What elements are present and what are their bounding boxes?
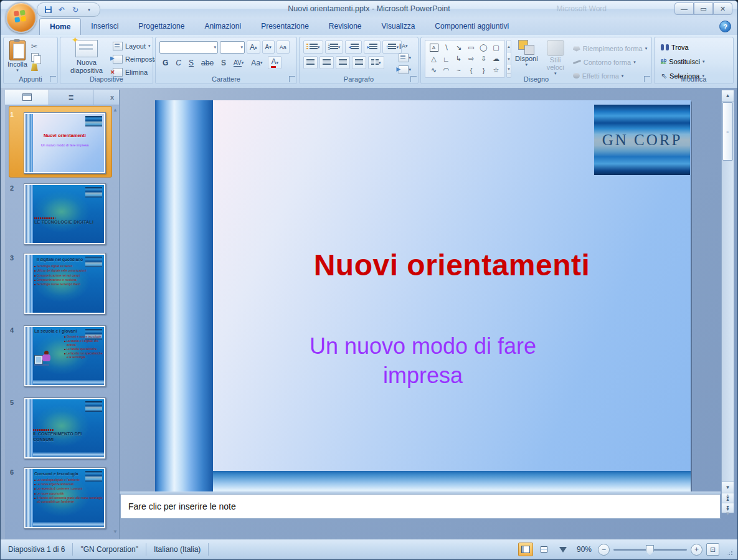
thumbnail-slide-6[interactable]: 6 Consumi e tecnologia La tecnologia dig… <box>9 467 112 537</box>
strikethrough-button[interactable]: abe <box>198 56 217 69</box>
shape-cloud-icon[interactable]: ☁ <box>490 54 502 64</box>
shapes-gallery[interactable]: A ∖ ↘ ▭ ◯ ▢ △ ∟ ↳ ⇨ ⇩ ☁ ∿ <box>425 40 505 78</box>
pane-scroll-up-button[interactable]: ▲ <box>113 107 118 113</box>
grow-font-button[interactable]: A▴ <box>247 40 260 54</box>
pane-scroll-down-button[interactable]: ▼ <box>113 529 118 534</box>
shape-curve-icon[interactable]: ~ <box>453 65 465 75</box>
increase-indent-button[interactable]: ▸ <box>364 40 381 54</box>
tab-presentazione[interactable]: Presentazione <box>251 18 319 35</box>
notes-scroll-down-button[interactable]: ▼ <box>726 511 731 516</box>
disegno-dialog-launcher[interactable] <box>644 76 650 82</box>
tab-progettazione[interactable]: Progettazione <box>128 18 194 35</box>
status-theme-name[interactable]: "GN Corporation" <box>73 543 146 556</box>
decrease-indent-button[interactable]: ◂ <box>345 40 362 54</box>
save-button[interactable] <box>42 5 54 15</box>
justify-button[interactable] <box>352 56 366 69</box>
font-color-button[interactable]: A▾ <box>268 56 281 69</box>
arrange-button[interactable]: Disponi ▾ <box>515 40 538 67</box>
tab-componenti-aggiuntivi[interactable]: Componenti aggiuntivi <box>425 18 519 35</box>
align-text-button[interactable]: ▾ <box>395 53 414 63</box>
title-bar[interactable]: Microsoft Word Nuovi orientamenti.pptx -… <box>1 1 737 18</box>
columns-button[interactable]: ▾ <box>368 56 384 69</box>
text-shadow-button[interactable]: S <box>218 56 229 69</box>
qat-customize-dropdown[interactable]: ▾ <box>83 5 95 15</box>
shape-scribble-icon[interactable]: ∿ <box>428 65 440 75</box>
shape-rounded-rectangle-icon[interactable]: ▢ <box>490 42 502 53</box>
bullets-button[interactable]: ▾ <box>303 40 323 54</box>
status-slide-indicator[interactable]: Diapositiva 1 di 6 <box>1 543 73 556</box>
underline-button[interactable]: S <box>186 56 197 69</box>
thumbnail-slide-4[interactable]: 4 La scuola e i giovani Giovani e nuove … <box>9 325 112 395</box>
minimize-button[interactable]: — <box>674 2 694 15</box>
notes-pane[interactable]: Fare clic per inserire le note <box>120 494 721 519</box>
align-left-button[interactable] <box>303 56 318 69</box>
shape-rectangle-icon[interactable]: ▭ <box>465 42 477 53</box>
slide-subtitle-text[interactable]: Un nuovo modo di fare impresa <box>273 332 572 391</box>
find-button[interactable]: Trova <box>661 41 733 53</box>
view-slideshow-button[interactable] <box>556 543 570 556</box>
thumbnail-slide-2[interactable]: 2 LE TECNOLOGIE DIGITALI <box>9 183 112 250</box>
zoom-in-button[interactable]: + <box>691 544 703 556</box>
zoom-slider-track[interactable] <box>613 549 687 551</box>
shape-line-icon[interactable]: ∖ <box>440 42 452 53</box>
font-size-combobox[interactable]: ▾ <box>220 41 245 54</box>
shape-down-arrow-icon[interactable]: ⇩ <box>478 54 490 64</box>
shapes-scroll-up-button[interactable]: ▲ <box>507 40 511 53</box>
tab-revisione[interactable]: Revisione <box>319 18 372 35</box>
new-slide-button[interactable]: Nuova diapositiva <box>64 40 109 78</box>
pane-close-button[interactable]: x <box>105 90 119 105</box>
tab-outline[interactable]: ≣ <box>49 90 93 105</box>
font-name-combobox[interactable]: ▾ <box>159 41 218 54</box>
slide-title-text[interactable]: Nuovi orientamenti <box>213 248 691 282</box>
shape-elbow-connector-icon[interactable]: ∟ <box>440 54 452 64</box>
tab-home[interactable]: Home <box>39 18 81 35</box>
copy-button[interactable] <box>31 53 39 62</box>
vertical-scrollbar[interactable]: ▲ ≡ ▼ ▲▲ ▼▼ <box>721 90 734 513</box>
zoom-level[interactable]: 90% <box>577 545 592 554</box>
change-case-button[interactable]: Aa▾ <box>248 56 265 69</box>
status-language[interactable]: Italiano (Italia) <box>146 543 209 556</box>
zoom-slider-thumb[interactable] <box>646 545 654 556</box>
slide-canvas[interactable]: GN CORP Nuovi orientamenti Un nuovo modo… <box>155 100 691 492</box>
shrink-font-button[interactable]: A▾ <box>262 40 275 54</box>
help-button[interactable]: ? <box>719 21 731 32</box>
scroll-up-button[interactable]: ▲ <box>722 90 734 102</box>
numbering-button[interactable]: 123▾ <box>325 40 344 54</box>
align-right-button[interactable] <box>336 56 350 69</box>
shape-star-icon[interactable]: ☆ <box>490 65 502 75</box>
paragrafo-dialog-launcher[interactable] <box>410 76 417 82</box>
cut-button[interactable]: ✂ <box>31 42 39 51</box>
shape-arrow-icon[interactable]: ↘ <box>453 42 465 53</box>
shape-oval-icon[interactable]: ◯ <box>478 42 490 53</box>
shape-right-brace-icon[interactable]: } <box>478 65 490 75</box>
quick-styles-button[interactable]: Stili veloci ▾ <box>542 40 569 76</box>
zoom-out-button[interactable]: − <box>598 544 610 556</box>
replace-button[interactable]: abacSostituisci▾ <box>661 55 733 67</box>
shape-outline-button[interactable]: Contorno forma▾ <box>573 56 648 68</box>
maximize-button[interactable]: ▭ <box>694 2 713 15</box>
thumbnail-slide-3[interactable]: 3 Il digitale nel quotidiano Tecnologie … <box>9 253 112 323</box>
bold-button[interactable]: G <box>159 56 171 69</box>
italic-button[interactable]: C <box>173 56 184 69</box>
shapes-scroll-down-button[interactable]: ▼ <box>507 53 511 65</box>
undo-button[interactable]: ↶ <box>56 5 67 15</box>
view-normal-button[interactable] <box>518 543 533 556</box>
layout-button[interactable]: Layout▾ <box>113 40 158 52</box>
shape-right-arrow-icon[interactable]: ⇨ <box>465 54 477 64</box>
thumbnail-slide-1[interactable]: 1 Nuovi orientamenti Un nuovo modo di fa… <box>9 110 112 179</box>
text-direction-button[interactable]: ∥A▾ <box>395 41 414 51</box>
scrollbar-thumb[interactable]: ≡ <box>722 102 733 161</box>
shape-left-brace-icon[interactable]: { <box>465 65 477 75</box>
reset-slide-button[interactable]: Reimposta <box>113 53 158 65</box>
format-painter-button[interactable] <box>31 64 38 71</box>
close-button[interactable]: ✕ <box>713 2 732 15</box>
appunti-dialog-launcher[interactable] <box>50 76 56 82</box>
paste-button[interactable]: Incolla ▾ <box>7 40 27 73</box>
tab-inserisci[interactable]: Inserisci <box>81 18 128 35</box>
fit-slide-to-window-button[interactable]: ⊡ <box>706 543 719 556</box>
shape-fill-button[interactable]: Riempimento forma▾ <box>573 42 648 54</box>
tab-visualizza[interactable]: Visualizza <box>372 18 425 35</box>
redo-button[interactable]: ↻ <box>70 5 81 15</box>
office-button[interactable] <box>6 2 37 33</box>
character-spacing-button[interactable]: AV▾ <box>230 56 247 69</box>
